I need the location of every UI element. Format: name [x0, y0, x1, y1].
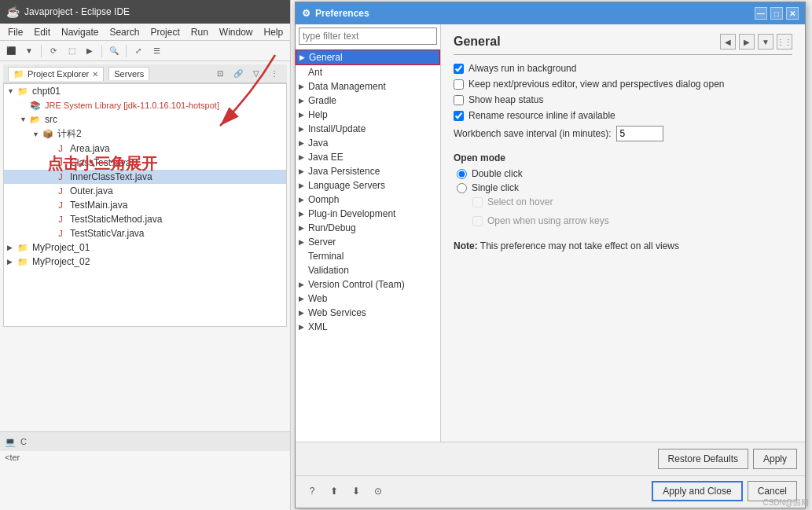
radio-double-click-input[interactable] — [457, 169, 467, 179]
pref-toolbar: ◀ ▶ ▼ ⋮⋮ — [720, 34, 792, 50]
pref-item-ant[interactable]: Ant — [296, 65, 440, 79]
folder-icon-myproject02: 📁 — [17, 255, 29, 268]
filter-input[interactable] — [303, 31, 433, 42]
pref-item-javaee[interactable]: ▶ Java EE — [296, 150, 440, 164]
tree-item-myproject02[interactable]: ▶ 📁 MyProject_02 — [4, 255, 286, 269]
menu-file[interactable]: File — [3, 25, 28, 39]
pref-label-server: Server — [308, 237, 336, 248]
toolbar-btn-3[interactable]: ⟳ — [46, 43, 61, 59]
label-area: Area.java — [70, 143, 110, 154]
checkbox-rename-resource-label: Rename resource inline if available — [468, 110, 615, 121]
pref-item-server[interactable]: ▶ Server — [296, 235, 440, 249]
pref-item-datamanagement[interactable]: ▶ Data Management — [296, 79, 440, 94]
toolbar-back-btn[interactable]: ◀ — [720, 34, 736, 50]
tree-item-staticmethod[interactable]: J TestStaticMethod.java — [4, 212, 286, 226]
toolbar-forward-btn[interactable]: ▶ — [739, 34, 755, 50]
filter-box[interactable] — [299, 28, 437, 45]
help-icon-btn[interactable]: ? — [303, 482, 321, 500]
pref-item-oomph[interactable]: ▶ Oomph — [296, 193, 440, 207]
pref-item-general[interactable]: ▶ General — [296, 50, 440, 65]
pref-item-gradle[interactable]: ▶ Gradle — [296, 94, 440, 108]
dialog-titlebar: ⚙ Preferences — □ ✕ — [296, 2, 805, 24]
rd-arrow: ▶ — [299, 224, 308, 232]
checkbox-always-run-input[interactable] — [454, 64, 464, 74]
toolbar-more-btn[interactable]: ⋮⋮ — [777, 34, 792, 50]
pref-item-rundebug[interactable]: ▶ Run/Debug — [296, 221, 440, 235]
toolbar-btn-5[interactable]: ▶ — [82, 43, 97, 59]
workbench-save-input[interactable] — [616, 126, 663, 141]
label-chpt01: chpt01 — [32, 86, 61, 97]
apply-button[interactable]: Apply — [753, 449, 797, 469]
radio-double-click-label: Double click — [472, 168, 523, 179]
restore-defaults-button[interactable]: Restore Defaults — [658, 449, 748, 469]
info-icon-btn[interactable]: ⊙ — [369, 482, 387, 500]
tree-item-myproject01[interactable]: ▶ 📁 MyProject_01 — [4, 240, 286, 255]
pref-item-languageservers[interactable]: ▶ Language Servers — [296, 178, 440, 193]
dialog-footer: Restore Defaults Apply ? ⬆ ⬇ ⊙ Apply and… — [296, 442, 805, 508]
select-on-hover-check: Select on hover — [472, 196, 792, 207]
menu-project[interactable]: Project — [145, 25, 184, 39]
toolbar-btn-6[interactable]: ⤢ — [130, 43, 146, 59]
dialog-minimize-btn[interactable]: — — [755, 7, 767, 20]
toolbar-btn-4[interactable]: ⬚ — [64, 43, 79, 59]
tree-item-testmain[interactable]: J TestMain.java — [4, 198, 286, 212]
open-arrow-row: Open when using arrow keys — [454, 215, 792, 231]
java-icon-staticmethod: J — [54, 213, 67, 226]
export-icon-btn[interactable]: ⬆ — [325, 482, 343, 500]
pref-item-install[interactable]: ▶ Install/Update — [296, 122, 440, 136]
menu-edit[interactable]: Edit — [29, 25, 55, 39]
dialog-title-left: ⚙ Preferences — [302, 8, 369, 19]
ide-titlebar: ☕ Javaproject - Eclipse IDE — [0, 0, 290, 24]
pref-label-oomph: Oomph — [308, 194, 339, 205]
menu-run[interactable]: Run — [186, 25, 213, 39]
pref-item-versioncontrol[interactable]: ▶ Version Control (Team) — [296, 277, 440, 292]
apply-close-button[interactable]: Apply and Close — [652, 481, 742, 501]
label-staticvar: TestStaticVar.java — [70, 228, 145, 239]
pref-content-pane: General ◀ ▶ ▼ ⋮⋮ Always run in backgroun… — [441, 24, 805, 442]
select-on-hover-input[interactable] — [472, 197, 483, 207]
pref-item-xml[interactable]: ▶ XML — [296, 320, 440, 334]
menu-search[interactable]: Search — [105, 25, 144, 39]
pref-item-webservices[interactable]: ▶ Web Services — [296, 306, 440, 320]
radio-single-click-input[interactable] — [457, 183, 467, 193]
project-explorer-close[interactable]: ✕ — [92, 70, 98, 79]
toolbar-menu-btn[interactable]: ▼ — [758, 34, 773, 50]
import-icon-btn[interactable]: ⬇ — [347, 482, 365, 500]
tree-item-staticvar[interactable]: J TestStaticVar.java — [4, 226, 286, 240]
pref-item-java[interactable]: ▶ Java — [296, 136, 440, 150]
dialog-close-btn[interactable]: ✕ — [786, 7, 799, 20]
pref-item-javapersistence[interactable]: ▶ Java Persistence — [296, 164, 440, 178]
pref-label-plugin: Plug-in Development — [308, 208, 395, 219]
folder-icon-chpt01: 📁 — [17, 85, 29, 97]
toolbar-search[interactable]: 🔍 — [106, 43, 122, 59]
menu-window[interactable]: Window — [215, 25, 258, 39]
servers-tab[interactable]: Servers — [108, 67, 149, 80]
select-on-hover-row: Select on hover — [454, 196, 792, 212]
menu-navigate[interactable]: Navigate — [57, 25, 103, 39]
pref-tree-pane: ▶ General Ant ▶ Data Management ▶ Gradle… — [296, 24, 441, 442]
pref-item-validation[interactable]: Validation — [296, 263, 440, 277]
checkbox-rename-resource-input[interactable] — [454, 111, 464, 121]
menu-help[interactable]: Help — [259, 25, 288, 39]
tree-item-outer[interactable]: J Outer.java — [4, 184, 286, 198]
open-arrow-label: Open when using arrow keys — [487, 215, 609, 226]
xml-arrow: ▶ — [299, 323, 308, 331]
java-icon-testmain: J — [54, 199, 67, 211]
dialog-maximize-btn[interactable]: □ — [770, 7, 783, 20]
project-explorer-label: Project Explorer — [28, 69, 89, 79]
open-arrow-input[interactable] — [472, 216, 483, 226]
toolbar-btn-1[interactable]: ⬛ — [3, 43, 19, 59]
pref-item-web[interactable]: ▶ Web — [296, 292, 440, 306]
project-explorer-tab[interactable]: 📁 Project Explorer ✕ — [8, 67, 104, 81]
arrow-chpt01: ▼ — [7, 87, 17, 95]
checkbox-show-heap-input[interactable] — [454, 95, 464, 105]
checkbox-always-run: Always run in background — [454, 63, 792, 74]
pref-item-terminal[interactable]: Terminal — [296, 249, 440, 263]
checkbox-always-run-label: Always run in background — [468, 63, 576, 74]
ide-icon: ☕ — [6, 6, 20, 18]
arrow-myproject01: ▶ — [7, 244, 17, 251]
toolbar-btn-2[interactable]: ▼ — [21, 43, 37, 59]
pref-item-help[interactable]: ▶ Help — [296, 108, 440, 122]
pref-item-plugin[interactable]: ▶ Plug-in Development — [296, 207, 440, 221]
checkbox-keep-editor-input[interactable] — [454, 79, 464, 90]
